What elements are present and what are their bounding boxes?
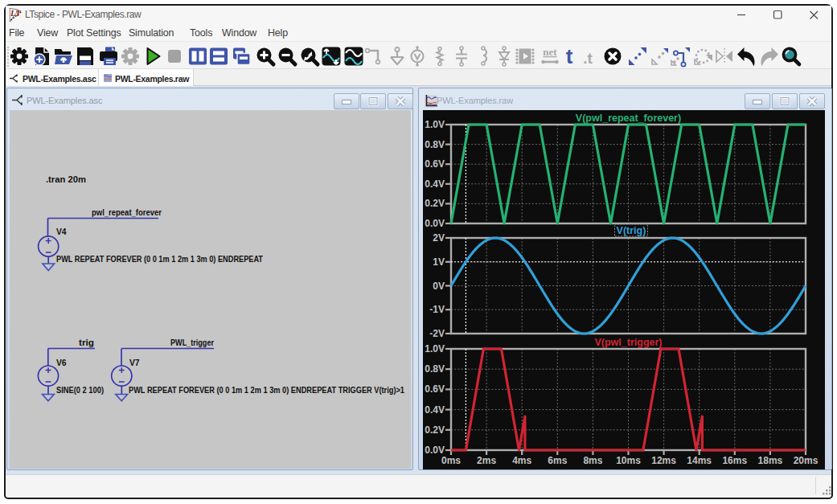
svg-text:SINE(0 2 100): SINE(0 2 100) [56, 386, 104, 395]
svg-text:LT: LT [10, 9, 21, 18]
svg-text:1.0V: 1.0V [425, 343, 445, 354]
svg-text:0.4V: 0.4V [425, 404, 445, 416]
svg-text:12ms: 12ms [651, 455, 676, 466]
svg-text:1V: 1V [433, 256, 445, 268]
svg-text:V7: V7 [129, 359, 140, 367]
svg-text:2ms: 2ms [477, 455, 496, 466]
svg-text:18ms: 18ms [758, 455, 783, 466]
svg-text:net: net [543, 46, 557, 58]
svg-text:V4: V4 [56, 227, 67, 236]
svg-text:0.8V: 0.8V [425, 139, 445, 150]
svg-text:.tran 20m: .tran 20m [46, 175, 86, 184]
svg-text:4ms: 4ms [512, 455, 531, 466]
svg-text:PWL_trigger: PWL_trigger [170, 338, 214, 347]
svg-text:.t: .t [583, 50, 593, 67]
svg-text:0.0V: 0.0V [425, 218, 445, 229]
svg-text:0.2V: 0.2V [425, 198, 445, 209]
svg-text:V(pwl_repeat_forever): V(pwl_repeat_forever) [576, 113, 681, 124]
svg-text:20ms: 20ms [794, 455, 819, 466]
svg-text:0.4V: 0.4V [425, 178, 445, 190]
svg-text:16ms: 16ms [722, 455, 747, 466]
svg-text:t: t [566, 44, 573, 68]
svg-text:6ms: 6ms [548, 455, 567, 466]
svg-text:V(trig): V(trig) [617, 225, 646, 236]
svg-text:0.6V: 0.6V [425, 158, 445, 170]
svg-text:-1V: -1V [429, 304, 445, 315]
svg-text:0.0V: 0.0V [425, 445, 445, 456]
svg-text:2V: 2V [433, 232, 445, 244]
svg-text:0V: 0V [433, 281, 445, 292]
svg-text:14ms: 14ms [687, 455, 712, 466]
svg-text:trig: trig [79, 338, 94, 347]
svg-text:0.8V: 0.8V [425, 363, 445, 375]
svg-text:0ms: 0ms [441, 455, 461, 466]
svg-text:PWL REPEAT FOREVER (0 0 1m 1 2: PWL REPEAT FOREVER (0 0 1m 1 2m 1 3m 0) … [56, 255, 264, 264]
svg-text:PWL REPEAT FOREVER (0 0 1m 1 2: PWL REPEAT FOREVER (0 0 1m 1 2m 1 3m 0) … [129, 386, 404, 395]
svg-text:V6: V6 [56, 359, 67, 367]
svg-text:10ms: 10ms [616, 455, 641, 466]
svg-text:0.2V: 0.2V [425, 424, 445, 436]
svg-text:1.0V: 1.0V [425, 119, 445, 130]
svg-text:V(pwl_trigger): V(pwl_trigger) [594, 337, 662, 348]
svg-text:8ms: 8ms [583, 455, 602, 466]
svg-text:-2V: -2V [429, 328, 445, 339]
svg-text:0.6V: 0.6V [425, 383, 445, 395]
svg-text:pwl_repeat_forever: pwl_repeat_forever [92, 208, 162, 217]
